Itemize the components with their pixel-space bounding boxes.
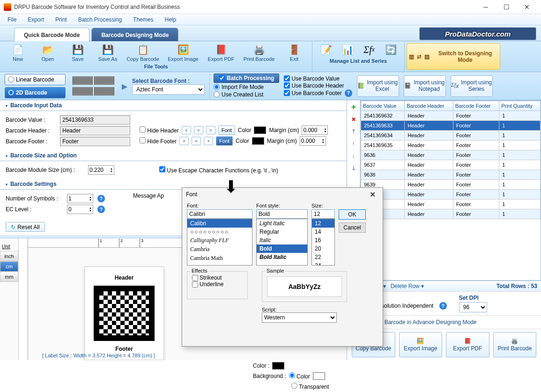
unit-inch-button[interactable]: inch: [0, 251, 18, 261]
dialog-close-button[interactable]: ✕: [366, 188, 379, 201]
help-icon[interactable]: ?: [97, 195, 105, 202]
align-center-button-2[interactable]: ≡: [192, 137, 201, 145]
font-size-list[interactable]: 12 14 16 20 22 24: [311, 219, 335, 266]
help-icon[interactable]: ?: [345, 89, 352, 97]
escape-functions-check[interactable]: Use Escape Character Functions (e.g. \t …: [159, 167, 278, 174]
table-row[interactable]: 9636HeaderFooter1: [361, 150, 541, 160]
barcode-header-input[interactable]: [60, 126, 130, 135]
ok-button[interactable]: OK: [339, 209, 366, 220]
dpi-select[interactable]: 96: [459, 302, 487, 312]
tab-quick-mode[interactable]: Quick Barcode Mode: [14, 28, 89, 41]
input-data-header[interactable]: Barcode Input Data: [0, 100, 347, 111]
print-barcode-action[interactable]: 🖨️Print Barcode: [493, 332, 537, 357]
delete-row-menu[interactable]: Delete Row ▾: [391, 283, 424, 289]
copy-barcode-button[interactable]: 📋Copy Barcode: [123, 42, 163, 63]
import-file-mode-radio[interactable]: Import File Mode: [214, 84, 279, 90]
footer-margin-spinner[interactable]: 0.000▲▼: [300, 136, 326, 146]
new-button[interactable]: 📄New: [3, 42, 33, 63]
data-grid[interactable]: Barcode Value Barcode Header Barcode Foo…: [361, 101, 541, 219]
align-center-button[interactable]: ≡: [194, 126, 203, 134]
linear-barcode-radio[interactable]: Linear Barcode: [5, 74, 66, 85]
list-edit-button[interactable]: 📝: [315, 42, 337, 57]
menu-help[interactable]: Help: [159, 15, 182, 25]
bg-color-swatch[interactable]: [313, 372, 325, 380]
ec-level-spinner[interactable]: 0▲▼: [67, 205, 93, 214]
close-button[interactable]: ✕: [517, 0, 537, 14]
tab-designing-mode[interactable]: Barcode Designing Mode: [91, 28, 178, 41]
font-style-list[interactable]: Light Italic Regular Italic Bold Bold It…: [256, 219, 308, 266]
maximize-button[interactable]: ☐: [496, 0, 517, 14]
underline-check[interactable]: Underline: [192, 281, 243, 288]
header-font-button[interactable]: Font: [218, 126, 235, 135]
table-row[interactable]: 9638HeaderFooter1: [361, 170, 541, 180]
import-notepad-button[interactable]: 📓Import using Notepad: [404, 75, 446, 97]
save-button[interactable]: 💾Save: [63, 42, 93, 63]
table-row[interactable]: 9641HeaderFooter1: [361, 200, 541, 209]
hide-header-check[interactable]: Hide Header: [140, 126, 179, 134]
help-icon[interactable]: ?: [439, 302, 447, 310]
bc-color-swatch[interactable]: [272, 362, 284, 370]
menu-print[interactable]: Print: [50, 15, 73, 25]
move-up-button[interactable]: ↑: [348, 139, 359, 149]
series-fx-button[interactable]: Σfx: [358, 42, 380, 57]
import-series-button[interactable]: ΣfxImport using Series: [451, 75, 493, 97]
move-down-button[interactable]: ↓: [348, 151, 359, 161]
table-row[interactable]: 9637HeaderFooter1: [361, 160, 541, 170]
table-row[interactable]: 9640HeaderFooter1: [361, 190, 541, 200]
font-size-input[interactable]: [311, 209, 335, 219]
batch-processing-toggle[interactable]: Batch Processing: [214, 74, 279, 83]
header-margin-spinner[interactable]: 0.000▲▼: [302, 126, 328, 135]
menu-themes[interactable]: Themes: [127, 15, 159, 25]
module-size-spinner[interactable]: 0.220▲▼: [88, 165, 114, 175]
minimize-button[interactable]: ─: [475, 0, 496, 14]
exit-button[interactable]: 🚪Exit: [279, 42, 309, 63]
footer-font-button[interactable]: Font: [216, 136, 233, 146]
table-row[interactable]: 9639HeaderFooter1: [361, 180, 541, 190]
import-excel-button[interactable]: 📗Import using Excel: [357, 75, 399, 97]
menu-export[interactable]: Export: [22, 15, 50, 25]
export-pdf-button[interactable]: 📕Export PDF: [203, 42, 239, 63]
align-left-button-2[interactable]: ≡: [179, 137, 189, 145]
hide-footer-check[interactable]: Hide Footer: [140, 137, 177, 145]
export-image-action[interactable]: 🖼️Export Image: [399, 332, 443, 357]
open-button[interactable]: 📂Open: [33, 42, 63, 63]
switch-mode-button[interactable]: ▥ ⇄ ▤ Switch to Designing Mode: [407, 43, 500, 70]
menu-batch[interactable]: Batch Processing: [73, 15, 127, 25]
export-pdf-action[interactable]: 📕Export PDF: [446, 332, 489, 357]
table-row[interactable]: 2541369633HeaderFooter1: [361, 121, 541, 131]
2d-barcode-radio[interactable]: 2D Barcode: [5, 87, 66, 98]
export-image-button[interactable]: 🖼️Export Image: [163, 42, 203, 63]
list-manage-button[interactable]: 📊: [337, 42, 358, 57]
bg-color-radio[interactable]: Color: [289, 372, 310, 380]
use-barcode-value-check[interactable]: Use Barcode Value: [284, 75, 352, 82]
align-right-button-2[interactable]: ≡: [204, 137, 213, 145]
footer-color-swatch[interactable]: [252, 137, 264, 145]
header-color-swatch[interactable]: [254, 126, 266, 134]
add-row-button[interactable]: ✚: [348, 102, 359, 112]
strikeout-check[interactable]: Strikeout: [192, 274, 243, 281]
align-left-button[interactable]: ≡: [182, 126, 191, 134]
script-select[interactable]: Western: [262, 312, 337, 323]
move-bottom-button[interactable]: ⤓: [348, 163, 359, 173]
size-option-header[interactable]: Barcode Size and Option: [0, 150, 347, 161]
bg-transparent-radio[interactable]: Transparent: [291, 383, 329, 390]
move-top-button[interactable]: ⤒: [348, 126, 359, 137]
unit-mm-button[interactable]: mm: [0, 272, 18, 282]
font-style-input[interactable]: [256, 209, 308, 219]
reset-all-button[interactable]: ↻Reset All: [6, 222, 45, 232]
help-icon[interactable]: ?: [97, 206, 105, 213]
table-row[interactable]: 9642HeaderFooter1: [361, 209, 541, 219]
barcode-value-input[interactable]: [60, 115, 130, 125]
align-right-button[interactable]: ≡: [206, 126, 215, 134]
use-barcode-header-check[interactable]: Use Barcode Header: [284, 82, 352, 89]
save-as-button[interactable]: 💾Save As: [93, 42, 123, 63]
symbols-spinner[interactable]: 1▲▼: [67, 194, 93, 203]
use-created-list-radio[interactable]: Use Created List: [214, 91, 279, 98]
print-barcode-button[interactable]: 🖨️Print Barcode: [239, 42, 279, 63]
cancel-button[interactable]: Cancel: [339, 222, 366, 233]
barcode-footer-input[interactable]: [60, 137, 130, 146]
barcode-font-select[interactable]: Aztec Font: [132, 84, 205, 95]
table-row[interactable]: 2541369634HeaderFooter1: [361, 131, 541, 141]
menu-file[interactable]: File: [2, 15, 22, 25]
table-row[interactable]: 2541369635HeaderFooter1: [361, 141, 541, 150]
